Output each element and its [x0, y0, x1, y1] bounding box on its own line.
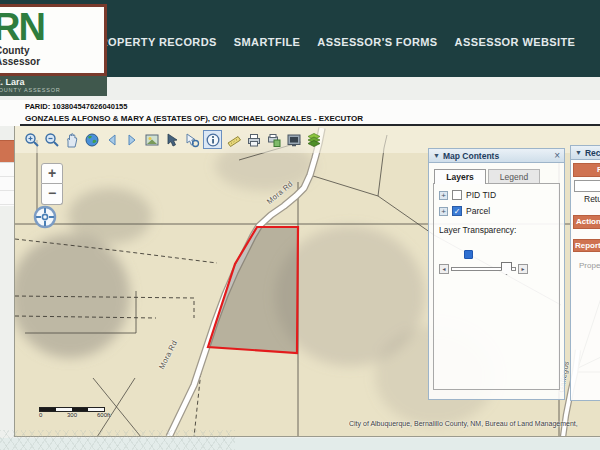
logo-county-text: County: [0, 45, 104, 56]
return-link[interactable]: Retu: [584, 194, 600, 204]
logo-monogram: RN: [0, 9, 104, 45]
property-text: Proper: [579, 261, 600, 270]
home-extent-compass-button[interactable]: [32, 204, 58, 230]
pan-hand-icon[interactable]: [63, 131, 80, 148]
locate-image-icon[interactable]: [143, 131, 160, 148]
close-icon[interactable]: ×: [554, 152, 560, 160]
previous-extent-icon[interactable]: [103, 131, 120, 148]
tab-legend[interactable]: Legend: [488, 169, 540, 184]
scale-mid: 300: [67, 412, 77, 418]
layer-transparency-label: Layer Transparency:: [439, 225, 559, 235]
slider-increment-button[interactable]: ►: [518, 264, 528, 274]
collapse-triangle-icon[interactable]: ▼: [433, 152, 440, 159]
map-attribution: City of Albuquerque, Bernalillo County, …: [349, 420, 578, 427]
layer-label-parcel: Parcel: [466, 206, 490, 216]
left-panel-orange-button[interactable]: [0, 140, 14, 162]
hyperlink-arrow-icon[interactable]: [183, 131, 200, 148]
left-clipped-panel: [0, 140, 14, 206]
left-panel-rows: [0, 162, 14, 206]
record-top-button[interactable]: R: [573, 163, 600, 177]
map-zoom-in-button[interactable]: +: [41, 163, 63, 184]
slider-handle[interactable]: [501, 262, 512, 275]
logo-assessor-text: Assessor: [0, 56, 104, 67]
collapse-triangle-icon[interactable]: ▼: [575, 149, 582, 156]
parcel-checkbox[interactable]: ✓: [452, 206, 462, 216]
record-panel: ▼ Record R Retu Actions Report Proper: [570, 145, 600, 400]
map-contents-title: Map Contents: [443, 151, 551, 161]
scale-bar: 0 300 600ft: [39, 407, 119, 419]
assessor-name: R. Lara: [0, 77, 107, 87]
record-panel-header[interactable]: ▼ Record: [570, 145, 600, 160]
zoom-control: + −: [41, 163, 63, 205]
expand-plus-icon[interactable]: +: [439, 191, 448, 200]
map-contents-panel: ▼ Map Contents × Layers Legend + PID TID…: [428, 148, 565, 400]
nav-assessors-forms[interactable]: ASSESSOR'S FORMS: [317, 36, 437, 48]
parid-band: PARID: 103804547626040155: [0, 100, 600, 113]
assessor-title: COUNTY ASSESSOR: [0, 87, 107, 94]
layers-legend-tabs: Layers Legend: [434, 169, 540, 184]
zoom-out-icon[interactable]: [43, 131, 60, 148]
print-icon[interactable]: [245, 131, 262, 148]
layers-tab-content: + PID TID + ✓ Parcel Layer Transparency:…: [433, 183, 560, 390]
reports-button[interactable]: Report: [573, 239, 600, 252]
logo-box: RN County Assessor: [0, 4, 107, 76]
record-panel-body: R Retu Actions Report Proper: [570, 160, 600, 401]
map-toolbar: [23, 130, 322, 149]
nav-smartfile[interactable]: SMARTFILE: [234, 36, 301, 48]
layer-label-pid-tid: PID TID: [466, 190, 496, 200]
county-assessor-logo[interactable]: RN County Assessor R. Lara COUNTY ASSESS…: [0, 4, 107, 96]
selected-parcel[interactable]: [208, 227, 298, 353]
scale-zero: 0: [39, 412, 42, 418]
layer-row-pid-tid: + PID TID: [439, 190, 559, 200]
logo-name-strip: R. Lara COUNTY ASSESSOR: [0, 76, 107, 96]
record-search-input[interactable]: [574, 180, 600, 192]
owner-underline: [20, 124, 600, 126]
actions-button[interactable]: Actions: [573, 215, 600, 229]
nav-property-records[interactable]: PROPERTY RECORDS: [92, 36, 217, 48]
select-arrow-icon[interactable]: [163, 131, 180, 148]
expand-plus-icon[interactable]: +: [439, 207, 448, 216]
main-nav: PROPERTY RECORDS SMARTFILE ASSESSOR'S FO…: [92, 36, 575, 48]
owner-name: GONZALES ALFONSO & MARY A (ESTATES OF), …: [25, 114, 363, 123]
record-panel-title: Record: [585, 148, 600, 158]
layers-icon[interactable]: [305, 131, 322, 148]
scale-end: 600ft: [97, 412, 110, 418]
pid-tid-checkbox[interactable]: [452, 190, 462, 200]
map-contents-body: Layers Legend + PID TID + ✓ Parcel Layer…: [428, 163, 565, 400]
map-contents-header[interactable]: ▼ Map Contents ×: [428, 148, 565, 163]
parid-value: PARID: 103804547626040155: [25, 102, 127, 111]
next-extent-icon[interactable]: [123, 131, 140, 148]
overview-map-icon[interactable]: [285, 131, 302, 148]
layer-row-parcel: + ✓ Parcel: [439, 206, 559, 216]
measure-icon[interactable]: [225, 131, 242, 148]
slider-value-tooltip: [464, 250, 473, 259]
full-extent-globe-icon[interactable]: [83, 131, 100, 148]
transparency-slider: ◄ ►: [439, 262, 554, 276]
decorative-weave-pattern: [0, 430, 235, 450]
identify-info-icon[interactable]: [203, 130, 222, 149]
print-map-icon[interactable]: [265, 131, 282, 148]
zoom-in-icon[interactable]: [23, 131, 40, 148]
nav-assessor-website[interactable]: ASSESSOR WEBSITE: [455, 36, 576, 48]
slider-decrement-button[interactable]: ◄: [439, 264, 449, 274]
map-zoom-out-button[interactable]: −: [41, 184, 63, 205]
tab-layers[interactable]: Layers: [434, 169, 486, 184]
